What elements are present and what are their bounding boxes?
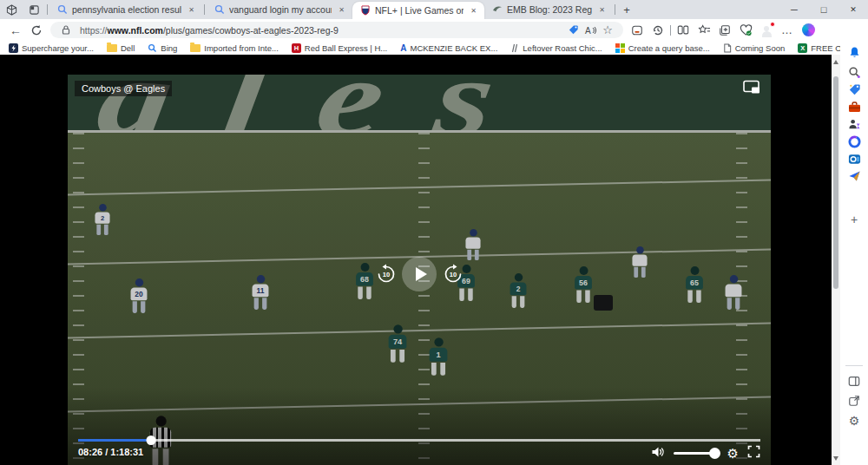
sidebar-add-button[interactable]: + (846, 212, 862, 227)
bookmark-label: Create a query base... (628, 43, 710, 53)
web-capture-icon[interactable] (627, 22, 648, 39)
tab-title: EMB Blog: 2023 Regular Season (507, 4, 592, 15)
history-icon[interactable] (648, 22, 668, 39)
tab-title: pennsylvania election results - Se (72, 4, 181, 15)
tab-title: vanguard login my account - Sea (229, 4, 332, 15)
tab-close-icon[interactable]: ✕ (596, 5, 608, 15)
sidebar-drop-icon[interactable] (846, 168, 862, 184)
tab-pennsylvania[interactable]: pennsylvania election results - Se ✕ (49, 0, 202, 19)
tab-close-icon[interactable]: ✕ (336, 5, 347, 15)
tab-close-icon[interactable]: ✕ (186, 5, 197, 15)
volume-slider[interactable] (674, 452, 719, 455)
sidebar-settings-icon[interactable]: ⚙ (846, 413, 862, 429)
bookmark-query[interactable]: Create a query base... (615, 43, 710, 53)
bookmark-dell-folder[interactable]: Dell (107, 43, 135, 53)
bookmarks-bar: Supercharge your... Dell Bing Imported f… (0, 41, 868, 55)
bookmark-coming-soon[interactable]: Coming Soon (723, 43, 786, 53)
read-aloud-icon[interactable]: A (582, 23, 599, 38)
a-blue-favicon: A (400, 43, 406, 53)
favorites-hub-icon[interactable] (694, 22, 714, 39)
bookmark-label: Leftover Roast Chic... (523, 43, 602, 53)
toolbar: ← https://www.nfl.com/plus/games/cowboys… (0, 19, 868, 41)
play-button[interactable] (402, 257, 437, 291)
edge-sidebar: + ⚙ (840, 41, 868, 465)
bookmark-mckenzie[interactable]: A MCKENZIE BACK EX... (400, 43, 497, 53)
progress-handle[interactable] (147, 436, 156, 445)
workspaces-icon[interactable] (0, 0, 23, 19)
sidebar-tools-icon[interactable] (846, 99, 862, 115)
progress-bar[interactable] (78, 439, 760, 442)
sidebar-outlook-icon[interactable] (846, 151, 862, 167)
browser-essentials-icon[interactable] (735, 22, 756, 39)
recipe-favicon (510, 43, 519, 53)
folder-icon (190, 44, 201, 52)
settings-more-icon[interactable]: … (777, 22, 798, 39)
time-display: 08:26 / 1:18:31 (78, 447, 143, 457)
split-screen-icon[interactable] (673, 22, 694, 39)
sidebar-panel-icon[interactable] (846, 373, 862, 389)
new-tab-button[interactable]: + (617, 0, 636, 19)
sidebar-m365-icon[interactable] (846, 134, 862, 149)
sidebar-shopping-icon[interactable] (846, 82, 862, 97)
bookmark-bing[interactable]: Bing (148, 43, 177, 53)
scroll-up-arrow[interactable] (833, 60, 838, 64)
settings-gear-icon[interactable]: ⚙ (727, 447, 739, 460)
back-button[interactable]: ← (5, 22, 26, 39)
bookmark-supercharge[interactable]: Supercharge your... (9, 43, 94, 53)
tab-emb-blog[interactable]: EMB Blog: 2023 Regular Season ✕ (484, 0, 613, 19)
video-player[interactable]: gles 22011686925665741 Cowboys @ Eagles … (68, 71, 771, 465)
tab-nfl-active[interactable]: NFL+ | Live Games on mobile, N ✕ (352, 2, 484, 19)
tab-close-icon[interactable]: ✕ (468, 6, 479, 16)
tab-separator (615, 4, 615, 15)
notifications-bell-icon[interactable] (846, 44, 862, 60)
bookmark-label: Dell (121, 43, 135, 53)
tab-actions-icon[interactable] (23, 0, 45, 19)
maximize-button[interactable]: □ (809, 0, 838, 19)
shopping-tag-icon[interactable] (564, 23, 582, 38)
folder-icon (107, 44, 117, 52)
search-icon (214, 4, 225, 15)
page-content: gles 22011686925665741 Cowboys @ Eagles … (0, 55, 832, 465)
bookmark-leftover[interactable]: Leftover Roast Chic... (510, 43, 602, 53)
bookmark-redball[interactable]: H Red Ball Express | H... (292, 43, 387, 53)
forward-10-label: 10 (450, 271, 457, 278)
tab-vanguard[interactable]: vanguard login my account - Sea ✕ (207, 0, 352, 19)
scroll-down-arrow[interactable] (833, 456, 838, 461)
picture-in-picture-button[interactable] (743, 80, 762, 98)
volume-handle[interactable] (709, 448, 720, 459)
sidebar-games-icon[interactable] (846, 116, 862, 132)
toolbar-separator (670, 25, 671, 36)
page-scrollbar[interactable] (832, 55, 840, 465)
search-favicon (148, 43, 157, 53)
bookmark-imported-folder[interactable]: Imported from Inte... (190, 43, 279, 53)
address-bar[interactable]: https://www.nfl.com/plus/games/cowboys-a… (50, 22, 623, 38)
collections-icon[interactable] (714, 22, 735, 39)
scrollbar-thumb[interactable] (833, 76, 838, 289)
profile-avatar[interactable] (756, 22, 777, 39)
bookmark-label: Supercharge your... (22, 43, 94, 53)
copilot-icon[interactable] (798, 22, 819, 39)
url-scheme: https:// (80, 25, 108, 36)
video-title-badge: Cowboys @ Eagles (75, 81, 172, 96)
microsoft-favicon (615, 43, 625, 53)
rewind-10-button[interactable]: 10 (376, 264, 397, 285)
forward-10-button[interactable]: 10 (443, 264, 464, 285)
bookmark-label: MCKENZIE BACK EX... (410, 43, 497, 53)
close-button[interactable]: ✕ (838, 0, 868, 19)
tab-title: NFL+ | Live Games on mobile, N (375, 5, 464, 16)
fullscreen-button[interactable] (747, 445, 760, 462)
search-icon (57, 4, 68, 15)
minimize-button[interactable]: ─ (779, 0, 809, 19)
bookmark-label: Imported from Inte... (204, 43, 279, 53)
lock-icon (57, 23, 75, 38)
window-controls: ─ □ ✕ (779, 0, 868, 19)
bookmark-label: Bing (161, 43, 177, 53)
sidebar-divider (845, 365, 863, 366)
sidebar-open-link-icon[interactable] (846, 393, 862, 409)
nfl-shield-icon (360, 5, 371, 16)
favorite-star-icon[interactable]: ☆ (599, 23, 616, 38)
sidebar-search-icon[interactable] (846, 64, 862, 80)
volume-icon[interactable] (651, 446, 665, 462)
eagles-logo-icon (492, 4, 503, 15)
refresh-button[interactable] (26, 22, 47, 39)
